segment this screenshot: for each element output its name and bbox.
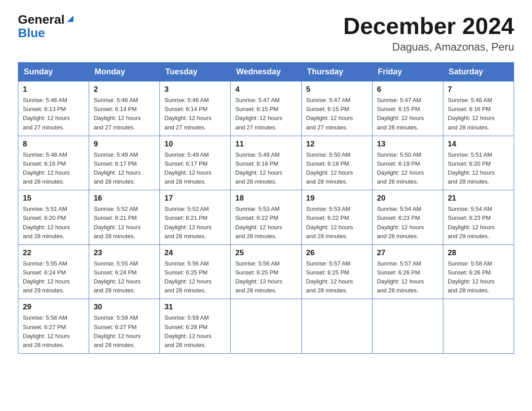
day-number: 6 [377, 85, 438, 94]
table-row: 5 Sunrise: 5:47 AM Sunset: 6:15 PM Dayli… [301, 81, 372, 136]
table-row [372, 299, 443, 354]
table-row [231, 299, 301, 354]
day-info: Sunrise: 5:46 AM Sunset: 6:14 PM Dayligh… [94, 96, 155, 132]
table-row: 4 Sunrise: 5:47 AM Sunset: 6:15 PM Dayli… [231, 81, 301, 136]
day-info: Sunrise: 5:54 AM Sunset: 6:23 PM Dayligh… [448, 205, 509, 241]
table-row: 20 Sunrise: 5:54 AM Sunset: 6:23 PM Dayl… [372, 190, 443, 245]
day-info: Sunrise: 5:51 AM Sunset: 6:20 PM Dayligh… [448, 150, 509, 187]
logo-general: General [18, 13, 64, 26]
day-info: Sunrise: 5:50 AM Sunset: 6:18 PM Dayligh… [306, 150, 368, 187]
table-row: 23 Sunrise: 5:55 AM Sunset: 6:24 PM Dayl… [89, 244, 160, 299]
day-number: 5 [306, 85, 368, 94]
day-info: Sunrise: 5:58 AM Sunset: 6:27 PM Dayligh… [23, 313, 84, 350]
table-row: 19 Sunrise: 5:53 AM Sunset: 6:22 PM Dayl… [301, 190, 372, 245]
day-number: 8 [23, 140, 84, 149]
day-number: 25 [235, 248, 296, 257]
header-thursday: Thursday [301, 63, 372, 81]
table-row: 18 Sunrise: 5:53 AM Sunset: 6:22 PM Dayl… [231, 190, 301, 245]
table-row: 31 Sunrise: 5:59 AM Sunset: 6:28 PM Dayl… [160, 299, 231, 354]
month-title: December 2024 [343, 13, 514, 39]
title-block: December 2024 Daguas, Amazonas, Peru [343, 13, 514, 53]
table-row: 10 Sunrise: 5:49 AM Sunset: 6:17 PM Dayl… [160, 136, 231, 190]
day-number: 16 [94, 194, 155, 203]
day-number: 3 [164, 85, 226, 94]
table-row: 8 Sunrise: 5:48 AM Sunset: 6:16 PM Dayli… [18, 136, 89, 190]
day-number: 26 [306, 248, 368, 257]
day-number: 20 [377, 194, 438, 203]
day-info: Sunrise: 5:51 AM Sunset: 6:20 PM Dayligh… [23, 205, 84, 241]
day-number: 30 [94, 303, 155, 312]
table-row: 1 Sunrise: 5:46 AM Sunset: 6:13 PM Dayli… [18, 81, 89, 136]
day-number: 23 [94, 248, 155, 257]
table-row: 16 Sunrise: 5:52 AM Sunset: 6:21 PM Dayl… [89, 190, 160, 245]
table-row: 27 Sunrise: 5:57 AM Sunset: 6:26 PM Dayl… [372, 244, 443, 299]
day-number: 19 [306, 194, 368, 203]
day-info: Sunrise: 5:52 AM Sunset: 6:21 PM Dayligh… [164, 205, 226, 241]
table-row: 6 Sunrise: 5:47 AM Sunset: 6:15 PM Dayli… [372, 81, 443, 136]
day-info: Sunrise: 5:56 AM Sunset: 6:25 PM Dayligh… [164, 259, 226, 295]
day-number: 18 [235, 194, 296, 203]
day-number: 17 [164, 194, 226, 203]
header-friday: Friday [372, 63, 443, 81]
table-row: 15 Sunrise: 5:51 AM Sunset: 6:20 PM Dayl… [18, 190, 89, 245]
day-number: 13 [377, 140, 438, 149]
logo: General Blue [18, 13, 75, 40]
calendar-week-4: 22 Sunrise: 5:55 AM Sunset: 6:24 PM Dayl… [18, 244, 514, 299]
calendar-table: Sunday Monday Tuesday Wednesday Thursday… [18, 62, 514, 354]
day-number: 2 [94, 85, 155, 94]
table-row: 12 Sunrise: 5:50 AM Sunset: 6:18 PM Dayl… [301, 136, 372, 190]
day-number: 14 [448, 140, 509, 149]
table-row: 26 Sunrise: 5:57 AM Sunset: 6:25 PM Dayl… [301, 244, 372, 299]
calendar-week-5: 29 Sunrise: 5:58 AM Sunset: 6:27 PM Dayl… [18, 299, 514, 354]
day-info: Sunrise: 5:49 AM Sunset: 6:18 PM Dayligh… [235, 150, 296, 187]
table-row: 30 Sunrise: 5:59 AM Sunset: 6:27 PM Dayl… [89, 299, 160, 354]
table-row: 29 Sunrise: 5:58 AM Sunset: 6:27 PM Dayl… [18, 299, 89, 354]
header-tuesday: Tuesday [160, 63, 231, 81]
table-row: 24 Sunrise: 5:56 AM Sunset: 6:25 PM Dayl… [160, 244, 231, 299]
header-monday: Monday [89, 63, 160, 81]
day-info: Sunrise: 5:55 AM Sunset: 6:24 PM Dayligh… [94, 259, 155, 295]
day-info: Sunrise: 5:59 AM Sunset: 6:27 PM Dayligh… [94, 313, 155, 350]
table-row: 17 Sunrise: 5:52 AM Sunset: 6:21 PM Dayl… [160, 190, 231, 245]
svg-marker-0 [67, 16, 73, 22]
calendar-week-1: 1 Sunrise: 5:46 AM Sunset: 6:13 PM Dayli… [18, 81, 514, 136]
table-row: 2 Sunrise: 5:46 AM Sunset: 6:14 PM Dayli… [89, 81, 160, 136]
table-row: 11 Sunrise: 5:49 AM Sunset: 6:18 PM Dayl… [231, 136, 301, 190]
table-row [443, 299, 514, 354]
day-number: 24 [164, 248, 226, 257]
calendar-week-3: 15 Sunrise: 5:51 AM Sunset: 6:20 PM Dayl… [18, 190, 514, 245]
logo-blue: Blue [18, 26, 45, 40]
day-number: 10 [164, 140, 226, 149]
day-info: Sunrise: 5:48 AM Sunset: 6:16 PM Dayligh… [448, 96, 509, 132]
day-number: 4 [235, 85, 296, 94]
day-info: Sunrise: 5:49 AM Sunset: 6:17 PM Dayligh… [94, 150, 155, 187]
day-info: Sunrise: 5:59 AM Sunset: 6:28 PM Dayligh… [164, 313, 226, 350]
day-info: Sunrise: 5:47 AM Sunset: 6:15 PM Dayligh… [235, 96, 296, 132]
table-row: 13 Sunrise: 5:50 AM Sunset: 6:19 PM Dayl… [372, 136, 443, 190]
day-info: Sunrise: 5:47 AM Sunset: 6:15 PM Dayligh… [377, 96, 438, 132]
logo-triangle-icon [65, 14, 75, 24]
table-row: 21 Sunrise: 5:54 AM Sunset: 6:23 PM Dayl… [443, 190, 514, 245]
table-row: 25 Sunrise: 5:56 AM Sunset: 6:25 PM Dayl… [231, 244, 301, 299]
day-number: 27 [377, 248, 438, 257]
day-info: Sunrise: 5:54 AM Sunset: 6:23 PM Dayligh… [377, 205, 438, 241]
day-number: 12 [306, 140, 368, 149]
day-number: 9 [94, 140, 155, 149]
day-info: Sunrise: 5:49 AM Sunset: 6:17 PM Dayligh… [164, 150, 226, 187]
location-title: Daguas, Amazonas, Peru [343, 41, 514, 53]
day-number: 7 [448, 85, 509, 94]
day-number: 28 [448, 248, 509, 257]
day-number: 31 [164, 303, 226, 312]
day-info: Sunrise: 5:57 AM Sunset: 6:25 PM Dayligh… [306, 259, 368, 295]
day-number: 11 [235, 140, 296, 149]
header-wednesday: Wednesday [231, 63, 301, 81]
day-info: Sunrise: 5:50 AM Sunset: 6:19 PM Dayligh… [377, 150, 438, 187]
day-info: Sunrise: 5:53 AM Sunset: 6:22 PM Dayligh… [306, 205, 368, 241]
day-info: Sunrise: 5:48 AM Sunset: 6:16 PM Dayligh… [23, 150, 84, 187]
day-number: 1 [23, 85, 84, 94]
table-row: 28 Sunrise: 5:58 AM Sunset: 6:26 PM Dayl… [443, 244, 514, 299]
page-header: General Blue December 2024 Daguas, Amazo… [18, 13, 514, 53]
day-info: Sunrise: 5:53 AM Sunset: 6:22 PM Dayligh… [235, 205, 296, 241]
day-number: 21 [448, 194, 509, 203]
table-row: 3 Sunrise: 5:46 AM Sunset: 6:14 PM Dayli… [160, 81, 231, 136]
